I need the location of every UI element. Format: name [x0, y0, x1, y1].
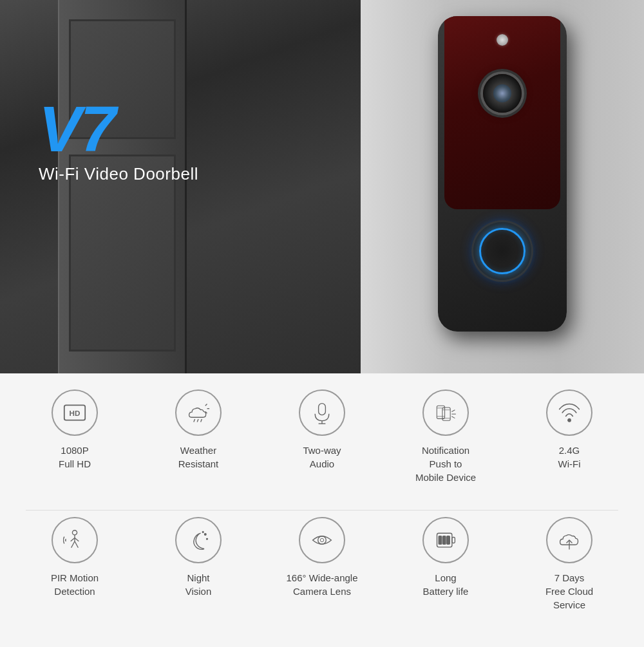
feature-wifi: 2.4GWi-Fi	[511, 389, 627, 471]
door-background: V7 Wi-Fi Video Doorbell	[0, 0, 361, 373]
battery-svg	[434, 529, 457, 552]
feature-battery-icon	[422, 517, 469, 563]
feature-weather: WeatherResistant	[140, 389, 256, 471]
svg-line-26	[75, 538, 79, 541]
svg-rect-8	[319, 404, 326, 415]
feature-pir-icon	[52, 517, 98, 563]
bell-ring	[479, 228, 526, 274]
door-panel	[58, 0, 187, 373]
audio-svg	[310, 401, 334, 424]
svg-line-25	[71, 538, 75, 541]
features-row-1: HD 1080PFull HD Wea	[13, 383, 631, 510]
svg-point-30	[318, 536, 327, 545]
svg-point-20	[568, 418, 571, 422]
svg-line-5	[205, 404, 207, 406]
hero-left: V7 Wi-Fi Video Doorbell	[0, 0, 361, 373]
doorbell-body	[438, 16, 567, 332]
svg-point-27	[204, 534, 206, 536]
brand-v7: V7	[39, 97, 198, 161]
hero-right	[361, 0, 644, 373]
feature-weather-label: WeatherResistant	[178, 444, 219, 471]
hero-section: V7 Wi-Fi Video Doorbell	[0, 0, 644, 373]
feature-lens: 166° Wide-angleCamera Lens	[264, 517, 380, 598]
svg-rect-35	[443, 536, 446, 545]
brand-text-container: V7 Wi-Fi Video Doorbell	[39, 97, 198, 184]
svg-rect-34	[439, 536, 442, 545]
feature-hd-icon: HD	[52, 389, 98, 436]
feature-night-icon	[175, 517, 222, 563]
weather-svg	[187, 401, 210, 424]
feature-battery: LongBattery life	[388, 517, 504, 598]
ir-led	[497, 34, 508, 46]
feature-pir: PIR MotionDetection	[17, 517, 133, 598]
feature-wifi-icon	[546, 389, 592, 436]
feature-notification-icon	[422, 389, 469, 436]
features-section: HD 1080PFull HD Wea	[0, 373, 644, 647]
svg-point-29	[207, 538, 208, 539]
svg-line-24	[75, 541, 78, 548]
feature-night: NightVision	[140, 517, 256, 598]
feature-notification: NotificationPush toMobile Device	[388, 389, 504, 484]
svg-rect-33	[452, 538, 455, 543]
feature-hd-label: 1080PFull HD	[59, 444, 91, 471]
wifi-svg	[558, 401, 581, 424]
feature-pir-label: PIR MotionDetection	[51, 571, 99, 598]
svg-line-2	[194, 419, 195, 422]
notification-svg	[434, 401, 457, 424]
svg-point-21	[72, 530, 77, 535]
feature-audio-icon	[299, 389, 345, 436]
feature-cloud-icon	[546, 517, 592, 563]
feature-cloud-label: 7 DaysFree CloudService	[545, 571, 593, 612]
svg-line-3	[197, 419, 198, 422]
feature-audio: Two-wayAudio	[264, 389, 380, 471]
hd-svg: HD	[63, 401, 86, 424]
svg-point-31	[320, 538, 323, 541]
doorbell-device	[438, 16, 567, 332]
lens-svg	[310, 529, 334, 552]
feature-night-label: NightVision	[185, 571, 212, 598]
feature-notification-label: NotificationPush toMobile Device	[415, 444, 476, 484]
feature-audio-label: Two-wayAudio	[303, 444, 341, 471]
feature-lens-icon	[299, 517, 345, 563]
svg-text:HD: HD	[70, 409, 80, 417]
feature-lens-label: 166° Wide-angleCamera Lens	[286, 571, 357, 598]
camera-lens	[483, 74, 522, 113]
features-row-2: PIR MotionDetection NightVision	[13, 511, 631, 637]
feature-weather-icon	[175, 389, 222, 436]
svg-line-17	[451, 410, 455, 412]
feature-wifi-label: 2.4GWi-Fi	[558, 444, 581, 471]
cloud-svg	[558, 529, 581, 552]
pir-svg	[63, 529, 86, 552]
feature-hd: HD 1080PFull HD	[17, 389, 133, 471]
night-svg	[187, 529, 210, 552]
svg-rect-36	[447, 536, 450, 545]
svg-line-4	[201, 419, 202, 422]
svg-line-23	[71, 541, 75, 548]
svg-point-28	[202, 532, 204, 533]
svg-line-19	[451, 417, 455, 418]
brand-subtitle: Wi-Fi Video Doorbell	[39, 164, 198, 184]
bell-button	[473, 222, 531, 280]
feature-cloud: 7 DaysFree CloudService	[511, 517, 627, 612]
feature-battery-label: LongBattery life	[423, 571, 469, 598]
